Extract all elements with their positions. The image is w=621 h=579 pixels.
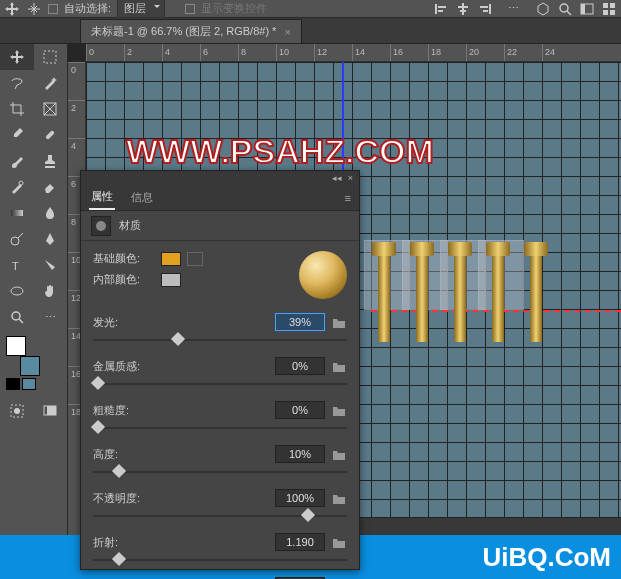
folder-icon[interactable] [331, 359, 347, 373]
move-tool-icon[interactable] [4, 1, 20, 17]
slider-track[interactable] [93, 377, 347, 391]
svg-rect-14 [603, 10, 608, 15]
options-bar: 自动选择: 图层 显示变换控件 ⋯ [0, 0, 621, 18]
gradient-tool[interactable] [0, 200, 34, 226]
dodge-tool[interactable] [0, 226, 34, 252]
folder-icon[interactable] [331, 315, 347, 329]
slider-value[interactable]: 0% [275, 357, 325, 375]
svg-rect-8 [483, 10, 488, 12]
layer-dropdown[interactable]: 图层 [117, 0, 165, 18]
svg-text:T: T [12, 260, 19, 272]
collapse-icon[interactable]: ◂◂ [332, 173, 342, 183]
show-transform-checkbox[interactable] [185, 4, 195, 14]
hand-tool[interactable] [34, 278, 68, 304]
svg-rect-1 [438, 6, 446, 8]
slider-value[interactable]: 0% [275, 401, 325, 419]
close-icon[interactable]: × [284, 26, 290, 38]
svg-point-19 [19, 181, 23, 185]
slider-value[interactable]: 1.190 [275, 533, 325, 551]
marquee-tool[interactable] [34, 44, 68, 70]
svg-rect-28 [47, 406, 56, 415]
slider-track[interactable] [93, 553, 347, 567]
folder-icon[interactable] [331, 447, 347, 461]
more-icon[interactable]: ⋯ [505, 1, 521, 17]
ruler-horizontal[interactable]: 024681012141618202224 [86, 44, 621, 62]
auto-select-label: 自动选择: [64, 1, 111, 16]
heal-tool[interactable] [34, 122, 68, 148]
history-brush-tool[interactable] [0, 174, 34, 200]
svg-point-29 [96, 221, 106, 231]
swap-colors[interactable] [22, 378, 36, 390]
panel-menu-icon[interactable]: ≡ [345, 192, 351, 204]
panel-icon[interactable] [579, 1, 595, 17]
wand-tool[interactable] [34, 70, 68, 96]
slider-track[interactable] [93, 509, 347, 523]
svg-rect-12 [603, 3, 608, 8]
svg-rect-0 [435, 4, 437, 14]
crop-tool[interactable] [0, 96, 34, 122]
eraser-tool[interactable] [34, 174, 68, 200]
tab-properties[interactable]: 属性 [89, 185, 115, 210]
type-tool[interactable]: T [0, 252, 34, 278]
document-tab[interactable]: 未标题-1 @ 66.7% (图层 2, RGB/8#) * × [80, 19, 302, 43]
svg-rect-15 [610, 10, 615, 15]
screenmode-tool[interactable] [34, 398, 68, 424]
brush-tool[interactable] [0, 148, 34, 174]
quickmask-tool[interactable] [0, 398, 34, 424]
folder-icon[interactable] [331, 535, 347, 549]
properties-panel: ◂◂ × 属性 信息 ≡ 材质 基础颜色: 内部颜色: [80, 170, 360, 570]
slider-label: 发光: [93, 315, 269, 330]
slider-track[interactable] [93, 465, 347, 479]
svg-rect-5 [460, 10, 466, 12]
slider-value[interactable]: 39% [275, 313, 325, 331]
path-tool[interactable] [34, 252, 68, 278]
ruler-tick: 16 [390, 44, 428, 61]
align-icon[interactable] [26, 1, 42, 17]
stamp-tool[interactable] [34, 148, 68, 174]
slider-value[interactable]: 100% [275, 489, 325, 507]
svg-point-21 [11, 237, 19, 245]
pen-tool[interactable] [34, 226, 68, 252]
move-tool[interactable] [0, 44, 34, 70]
inner-color-label: 内部颜色: [93, 272, 155, 287]
bg-color[interactable] [20, 356, 40, 376]
inner-color-swatch[interactable] [161, 273, 181, 287]
tools-panel: T ⋯ [0, 44, 68, 535]
default-colors[interactable] [6, 378, 20, 390]
blur-tool[interactable] [34, 200, 68, 226]
align-right-icon[interactable] [477, 1, 493, 17]
shape-tool[interactable] [0, 278, 34, 304]
tab-title: 未标题-1 @ 66.7% (图层 2, RGB/8#) * [91, 24, 276, 39]
3d-icon[interactable] [535, 1, 551, 17]
close-panel-icon[interactable]: × [348, 173, 353, 183]
slider-value[interactable]: 10% [275, 445, 325, 463]
slider-track[interactable] [93, 333, 347, 347]
zoom-tool[interactable] [0, 304, 34, 330]
more-tools[interactable]: ⋯ [34, 304, 68, 330]
align-left-icon[interactable] [433, 1, 449, 17]
frame-tool[interactable] [34, 96, 68, 122]
base-color-swatch[interactable] [161, 252, 181, 266]
watermark-2: UiBQ.CoM [482, 542, 611, 573]
svg-rect-7 [480, 6, 488, 8]
color-swatch[interactable] [6, 336, 40, 376]
texture-icon[interactable] [187, 252, 203, 266]
material-preview[interactable] [299, 251, 347, 299]
slider-track[interactable] [93, 421, 347, 435]
tab-info[interactable]: 信息 [129, 186, 155, 209]
folder-icon[interactable] [331, 403, 347, 417]
align-center-icon[interactable] [455, 1, 471, 17]
slider-label: 金属质感: [93, 359, 269, 374]
lasso-tool[interactable] [0, 70, 34, 96]
fg-color[interactable] [6, 336, 26, 356]
document-tabs: 未标题-1 @ 66.7% (图层 2, RGB/8#) * × [0, 18, 621, 44]
auto-select-checkbox[interactable] [48, 4, 58, 14]
3d-objects[interactable] [376, 242, 544, 342]
eyedropper-tool[interactable] [0, 122, 34, 148]
search-icon[interactable] [557, 1, 573, 17]
folder-icon[interactable] [331, 491, 347, 505]
slider-label: 高度: [93, 447, 269, 462]
grid-icon[interactable] [601, 1, 617, 17]
watermark-text: WWW.PSAHZ.COM [126, 132, 434, 171]
ruler-tick: 12 [314, 44, 352, 61]
